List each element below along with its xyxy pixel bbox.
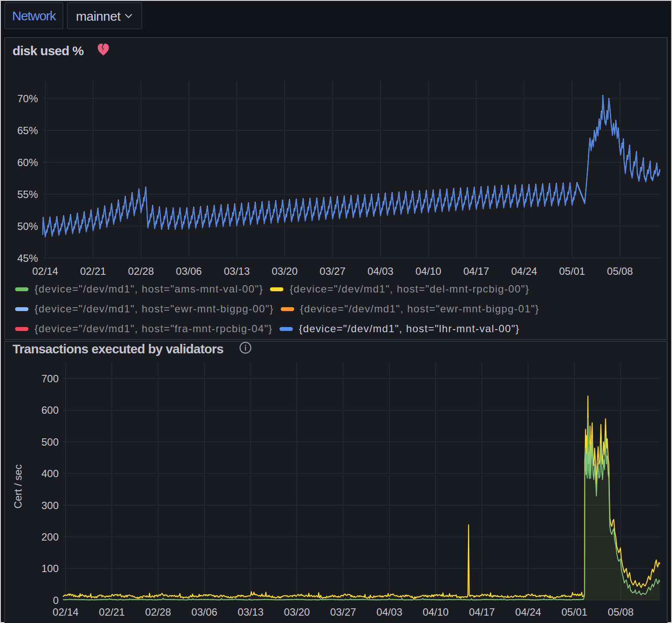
svg-text:70%: 70%	[17, 93, 38, 104]
svg-text:50%: 50%	[17, 220, 38, 232]
svg-text:05/01: 05/01	[559, 265, 585, 277]
svg-text:02/14: 02/14	[53, 606, 79, 618]
svg-text:03/13: 03/13	[238, 606, 264, 618]
svg-text:100: 100	[41, 563, 59, 574]
svg-text:200: 200	[41, 531, 59, 543]
svg-text:04/03: 04/03	[367, 265, 393, 277]
svg-text:03/27: 03/27	[330, 606, 356, 618]
svg-text:03/20: 03/20	[284, 606, 310, 618]
svg-text:05/01: 05/01	[562, 606, 587, 618]
svg-text:60%: 60%	[17, 157, 38, 168]
svg-text:03/06: 03/06	[192, 606, 217, 618]
svg-text:04/10: 04/10	[415, 265, 441, 277]
svg-text:700: 700	[41, 373, 59, 384]
svg-text:500: 500	[41, 436, 59, 448]
svg-text:04/03: 04/03	[377, 606, 402, 618]
svg-text:05/08: 05/08	[607, 265, 633, 277]
svg-text:04/17: 04/17	[463, 265, 489, 277]
svg-text:0: 0	[53, 595, 59, 606]
svg-text:04/24: 04/24	[515, 606, 541, 618]
svg-text:02/21: 02/21	[80, 265, 106, 277]
svg-text:300: 300	[41, 500, 59, 511]
svg-text:04/17: 04/17	[469, 606, 495, 618]
svg-text:02/28: 02/28	[128, 265, 154, 277]
svg-text:03/27: 03/27	[320, 265, 345, 277]
svg-text:03/20: 03/20	[272, 265, 298, 277]
svg-text:55%: 55%	[17, 189, 38, 200]
svg-text:600: 600	[41, 404, 59, 416]
svg-text:03/13: 03/13	[224, 265, 250, 277]
svg-text:04/24: 04/24	[511, 265, 537, 277]
svg-text:03/06: 03/06	[176, 265, 202, 277]
svg-text:02/28: 02/28	[145, 606, 171, 618]
svg-text:05/08: 05/08	[608, 606, 634, 618]
svg-text:02/14: 02/14	[32, 265, 58, 277]
svg-text:400: 400	[41, 468, 59, 479]
svg-text:02/21: 02/21	[99, 606, 125, 618]
svg-text:65%: 65%	[17, 125, 38, 136]
svg-text:04/10: 04/10	[423, 606, 449, 618]
svg-text:45%: 45%	[17, 252, 38, 264]
svg-text:Cert / sec: Cert / sec	[12, 464, 24, 509]
